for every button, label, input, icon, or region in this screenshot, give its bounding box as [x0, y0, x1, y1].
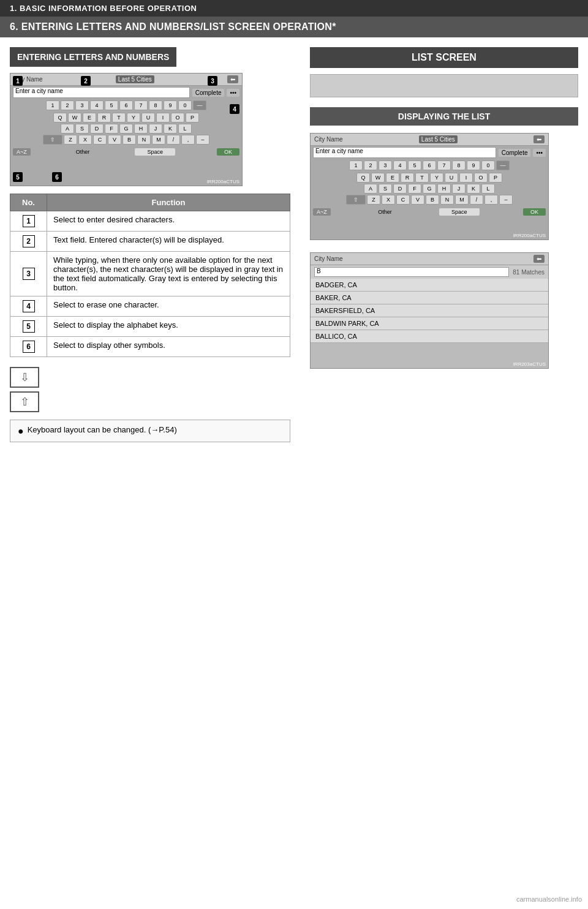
kbd2-input-field[interactable]: Enter a city name — [313, 147, 496, 158]
kbd2-d[interactable]: D — [393, 184, 407, 194]
kbd-p[interactable]: P — [186, 113, 199, 123]
kbd2-other-btn[interactable]: Other — [374, 208, 396, 216]
kbd2-key-9[interactable]: 9 — [467, 160, 480, 170]
kbd-dots-btn[interactable]: ••• — [227, 89, 239, 97]
kbd-c[interactable]: C — [93, 135, 107, 145]
kbd-q[interactable]: Q — [53, 113, 67, 123]
kbd-key-4[interactable]: 4 — [90, 100, 104, 110]
kbd-b[interactable]: B — [123, 135, 136, 145]
kbd-complete-btn[interactable]: Complete — [192, 89, 225, 97]
kbd2-m[interactable]: M — [455, 195, 469, 205]
kbd-ok-btn[interactable]: OK — [217, 148, 239, 156]
kbd2-comma[interactable]: , — [484, 195, 498, 205]
kbd2-key-7[interactable]: 7 — [437, 160, 451, 170]
kbd-s[interactable]: S — [75, 124, 89, 134]
kbd-m[interactable]: M — [152, 135, 165, 145]
kbd2-w[interactable]: W — [371, 173, 385, 183]
kbd2-back-btn[interactable]: ⬅ — [533, 135, 545, 143]
kbd-key-1[interactable]: 1 — [46, 100, 59, 110]
kbd-key-0[interactable]: 0 — [178, 100, 192, 110]
kbd-key-3[interactable]: 3 — [75, 100, 89, 110]
kbd2-key-0[interactable]: 0 — [481, 160, 495, 170]
kbd-y[interactable]: Y — [127, 113, 140, 123]
kbd-h[interactable]: H — [134, 124, 148, 134]
kbd2-dots-btn[interactable]: ••• — [533, 149, 546, 157]
kbd-j[interactable]: J — [149, 124, 162, 134]
kbd2-q[interactable]: Q — [356, 173, 370, 183]
kbd-g[interactable]: G — [119, 124, 133, 134]
kbd-r[interactable]: R — [97, 113, 111, 123]
kbd-key-dash[interactable]: — — [193, 100, 206, 110]
list-b-input[interactable]: B — [314, 267, 509, 277]
kbd-shift[interactable]: ⇧ — [43, 135, 62, 145]
kbd-w[interactable]: W — [68, 113, 81, 123]
kbd2-key-3[interactable]: 3 — [379, 160, 392, 170]
kbd-v[interactable]: V — [108, 135, 121, 145]
kbd2-g[interactable]: G — [423, 184, 436, 194]
kbd2-r[interactable]: R — [401, 173, 414, 183]
kbd2-key-8[interactable]: 8 — [452, 160, 466, 170]
kbd2-u[interactable]: U — [445, 173, 458, 183]
kbd2-az-btn[interactable]: A~Z — [313, 208, 331, 216]
kbd2-t[interactable]: T — [415, 173, 429, 183]
kbd2-e[interactable]: E — [386, 173, 399, 183]
list-item[interactable]: BALLICO, CA — [311, 330, 548, 343]
kbd-other-btn[interactable]: Other — [72, 148, 94, 156]
kbd2-key-1[interactable]: 1 — [349, 160, 363, 170]
list-back-btn[interactable]: ⬅ — [533, 255, 545, 263]
kbd-key-9[interactable]: 9 — [164, 100, 177, 110]
kbd-o[interactable]: O — [171, 113, 184, 123]
scroll-up-arrow[interactable]: ⇧ — [10, 391, 39, 412]
kbd2-key-5[interactable]: 5 — [408, 160, 421, 170]
kbd-key-7[interactable]: 7 — [134, 100, 148, 110]
kbd2-j[interactable]: J — [452, 184, 466, 194]
kbd2-hyphen[interactable]: – — [499, 195, 513, 205]
kbd2-i[interactable]: I — [459, 173, 473, 183]
kbd-k[interactable]: K — [164, 124, 177, 134]
kbd2-space-btn[interactable]: Space — [439, 208, 480, 216]
kbd-x[interactable]: X — [78, 135, 92, 145]
kbd-key-5[interactable]: 5 — [105, 100, 118, 110]
kbd2-ok-btn[interactable]: OK — [523, 208, 546, 216]
kbd-input-field[interactable]: Enter a city name — [13, 87, 190, 98]
kbd-n[interactable]: N — [137, 135, 151, 145]
kbd2-k[interactable]: K — [467, 184, 480, 194]
kbd2-c[interactable]: C — [396, 195, 410, 205]
kbd-space-btn[interactable]: Space — [135, 148, 175, 156]
kbd-z[interactable]: Z — [64, 135, 77, 145]
kbd2-n[interactable]: N — [440, 195, 454, 205]
kbd-slash[interactable]: / — [167, 135, 180, 145]
kbd-a[interactable]: A — [61, 124, 74, 134]
list-item[interactable]: BAKERSFIELD, CA — [311, 304, 548, 317]
kbd-key-2[interactable]: 2 — [61, 100, 74, 110]
kbd-hyphen[interactable]: – — [196, 135, 209, 145]
kbd-e[interactable]: E — [83, 113, 96, 123]
kbd2-slash[interactable]: / — [470, 195, 483, 205]
kbd-l[interactable]: L — [178, 124, 192, 134]
kbd-f[interactable]: F — [105, 124, 118, 134]
kbd2-y[interactable]: Y — [430, 173, 443, 183]
kbd2-l[interactable]: L — [481, 184, 495, 194]
kbd2-shift[interactable]: ⇧ — [346, 195, 366, 205]
kbd2-a[interactable]: A — [364, 184, 377, 194]
kbd-d[interactable]: D — [90, 124, 104, 134]
kbd2-key-4[interactable]: 4 — [393, 160, 407, 170]
kbd2-p[interactable]: P — [489, 173, 502, 183]
kbd-az-btn[interactable]: A~Z — [13, 148, 31, 156]
kbd-key-6[interactable]: 6 — [119, 100, 133, 110]
scroll-down-arrow[interactable]: ⇩ — [10, 367, 39, 388]
kbd2-key-6[interactable]: 6 — [423, 160, 436, 170]
kbd-i[interactable]: I — [156, 113, 170, 123]
kbd-back-btn[interactable]: ⬅ — [227, 75, 238, 83]
kbd2-f[interactable]: F — [408, 184, 421, 194]
kbd2-key-dash[interactable]: — — [496, 160, 510, 170]
kbd2-o[interactable]: O — [474, 173, 488, 183]
kbd2-v[interactable]: V — [411, 195, 424, 205]
kbd2-b[interactable]: B — [426, 195, 439, 205]
kbd2-key-2[interactable]: 2 — [364, 160, 377, 170]
kbd2-x[interactable]: X — [382, 195, 395, 205]
list-item[interactable]: BAKER, CA — [311, 292, 548, 304]
kbd-comma[interactable]: , — [181, 135, 195, 145]
kbd2-complete-btn[interactable]: Complete — [499, 149, 531, 157]
kbd2-s[interactable]: S — [379, 184, 392, 194]
